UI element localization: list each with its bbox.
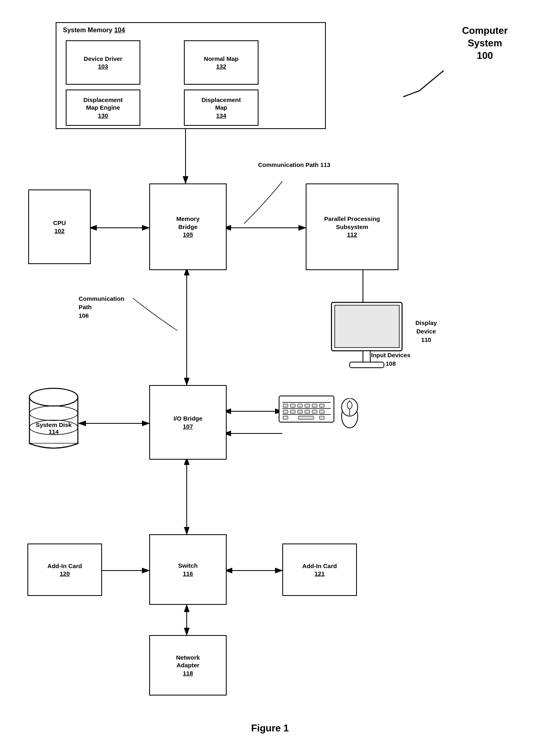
svg-rect-34 bbox=[305, 410, 310, 413]
system-disk: System Disk114 bbox=[23, 381, 84, 457]
svg-line-16 bbox=[403, 91, 419, 97]
svg-rect-26 bbox=[290, 404, 295, 407]
svg-rect-35 bbox=[312, 410, 317, 413]
normal-map-box: Normal Map132 bbox=[184, 40, 259, 85]
parallel-processing-label: Parallel ProcessingSubsystem112 bbox=[324, 215, 380, 239]
keyboard bbox=[278, 395, 335, 427]
svg-rect-39 bbox=[319, 416, 324, 419]
computer-system-label: ComputerSystem100 bbox=[462, 24, 508, 62]
svg-rect-28 bbox=[305, 404, 310, 407]
svg-rect-27 bbox=[298, 404, 302, 407]
cpu-box: CPU102 bbox=[28, 190, 91, 264]
displacement-map-engine-label: DisplacementMap Engine130 bbox=[83, 96, 123, 120]
switch-label: Switch116 bbox=[178, 562, 198, 577]
display-device-label: DisplayDevice110 bbox=[415, 319, 437, 344]
system-memory-label: System Memory 104 bbox=[63, 26, 125, 35]
figure-caption: Figure 1 bbox=[0, 723, 540, 734]
svg-rect-25 bbox=[283, 404, 288, 407]
device-driver-box: Device Driver103 bbox=[66, 40, 140, 85]
device-driver-label: Device Driver103 bbox=[84, 55, 123, 71]
memory-bridge-box: MemoryBridge105 bbox=[149, 183, 227, 270]
svg-rect-30 bbox=[319, 404, 324, 407]
add-in-card-120-box: Add-In Card120 bbox=[27, 544, 102, 596]
svg-rect-36 bbox=[319, 410, 324, 413]
mouse bbox=[339, 398, 361, 432]
cpu-label: CPU102 bbox=[53, 219, 66, 235]
svg-rect-19 bbox=[363, 351, 370, 362]
switch-box: Switch116 bbox=[149, 534, 227, 605]
displacement-map-label: DisplacementMap134 bbox=[202, 96, 241, 120]
add-in-card-121-label: Add-In Card121 bbox=[302, 562, 337, 578]
svg-point-45 bbox=[29, 388, 78, 406]
displacement-map-box: DisplacementMap134 bbox=[184, 90, 259, 126]
svg-rect-33 bbox=[298, 410, 302, 413]
displacement-map-engine-box: DisplacementMap Engine130 bbox=[66, 90, 140, 126]
svg-rect-37 bbox=[283, 416, 288, 419]
input-devices-label: Input Devices108 bbox=[371, 351, 411, 368]
svg-rect-31 bbox=[283, 410, 288, 413]
io-bridge-box: I/O Bridge107 bbox=[149, 385, 227, 460]
network-adapter-box: NetworkAdapter118 bbox=[149, 635, 227, 696]
svg-line-15 bbox=[419, 71, 444, 91]
io-bridge-label: I/O Bridge107 bbox=[173, 414, 202, 430]
add-in-card-120-label: Add-In Card120 bbox=[48, 562, 82, 578]
normal-map-label: Normal Map132 bbox=[204, 55, 239, 71]
svg-rect-29 bbox=[312, 404, 317, 407]
comm-path-113-label: Communication Path 113 bbox=[258, 160, 330, 169]
memory-bridge-label: MemoryBridge105 bbox=[176, 215, 200, 239]
parallel-processing-box: Parallel ProcessingSubsystem112 bbox=[306, 183, 398, 270]
svg-rect-38 bbox=[298, 416, 314, 419]
svg-rect-18 bbox=[335, 305, 399, 348]
network-adapter-label: NetworkAdapter118 bbox=[176, 654, 200, 677]
svg-point-43 bbox=[347, 402, 352, 409]
diagram: ComputerSystem100 System Memory 104 Devi… bbox=[0, 0, 540, 756]
svg-rect-32 bbox=[290, 410, 295, 413]
add-in-card-121-box: Add-In Card121 bbox=[282, 544, 357, 596]
comm-path-106-label: CommunicationPath106 bbox=[79, 294, 124, 320]
